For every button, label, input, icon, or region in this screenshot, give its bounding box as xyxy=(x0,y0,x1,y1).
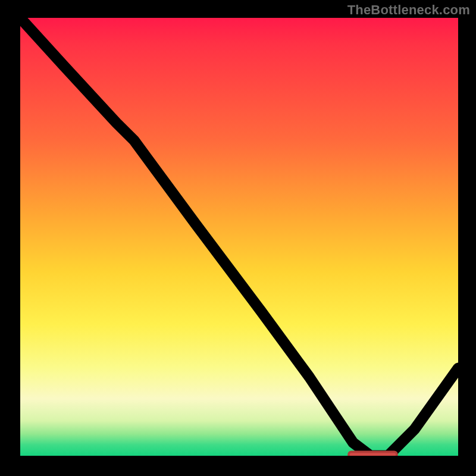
plot-frame xyxy=(18,18,458,458)
chart-stage: TheBottleneck.com xyxy=(0,0,476,476)
valley-marker xyxy=(349,452,397,456)
watermark-label: TheBottleneck.com xyxy=(347,2,470,18)
plot-svg xyxy=(20,18,458,456)
bottleneck-curve xyxy=(20,18,458,456)
